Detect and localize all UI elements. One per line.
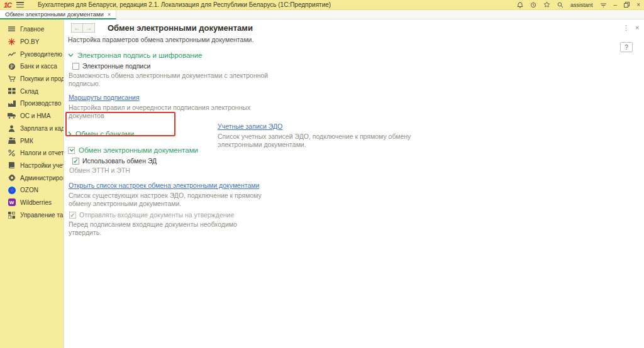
forward-button[interactable]: → — [83, 23, 95, 33]
edi-note: Обмен ЭТТН и ЭТН — [69, 166, 280, 174]
notifications-bell-icon[interactable] — [517, 2, 523, 8]
approve-hint: Перед подписанием входящие документы нео… — [69, 220, 257, 236]
sidebar-item-taxes[interactable]: Налоги и отчетность — [0, 147, 64, 160]
edi-accounts-link[interactable]: Учетные записи ЭДО — [218, 122, 282, 130]
trend-chart-icon — [8, 50, 16, 58]
cash-register-icon — [8, 137, 16, 145]
edi-settings-hint: Список существующих настроек ЭДО, подклю… — [69, 192, 270, 207]
minimize-button[interactable]: – — [614, 2, 618, 8]
checkbox-use-edi[interactable]: ✓ Использовать обмен ЭД — [72, 157, 280, 165]
book-icon — [8, 161, 16, 170]
starburst-icon — [8, 38, 16, 46]
history-icon[interactable] — [530, 2, 536, 8]
edi-settings-form: ← → Обмен электронными документами ⋮ × Н… — [64, 19, 644, 348]
sidebar-item-main[interactable]: Главное — [0, 23, 64, 36]
current-user[interactable]: assistant — [570, 2, 593, 8]
page-subtitle: Настройка параметров обмена электронными… — [68, 36, 253, 43]
tiles-icon — [8, 211, 16, 219]
cart-icon — [8, 75, 16, 83]
edi-accounts-hint: Список учетных записей ЭДО, подключение … — [218, 133, 419, 148]
back-button[interactable]: ← — [71, 23, 83, 33]
gear-icon — [8, 174, 16, 182]
truck-icon — [8, 112, 16, 120]
collapse-toggle-icon[interactable] — [68, 147, 75, 154]
search-icon[interactable] — [557, 2, 564, 8]
favorites-star-icon[interactable] — [543, 1, 550, 8]
sidebar-item-bank[interactable]: Банк и касса — [0, 60, 64, 73]
sidebar-item-purchases-sales[interactable]: Покупки и продажи — [0, 73, 64, 85]
signing-routes-link[interactable]: Маршруты подписания — [69, 94, 140, 101]
more-menu-icon[interactable]: ⋮ — [623, 24, 630, 32]
signature-hint: Возможность обмена электронными документ… — [69, 72, 276, 87]
coin-icon — [8, 62, 16, 70]
close-window-button[interactable]: × — [636, 2, 640, 8]
percent-icon — [8, 149, 16, 157]
sidebar-item-production[interactable]: Производство — [0, 97, 64, 110]
section-signature-header[interactable]: Электронная подпись и шифрование — [68, 51, 280, 60]
person-icon — [8, 124, 16, 133]
checkbox-approve-incoming: ✓ Отправлять входящие документы на утвер… — [69, 211, 280, 219]
sidebar-item-wildberries[interactable]: W Wildberries — [0, 197, 64, 209]
checkbox-unchecked-icon[interactable] — [72, 63, 79, 70]
sidebar-item-tariff[interactable]: Управление тарифом — [0, 209, 64, 221]
tab-bar: Обмен электронными документами × — [0, 10, 644, 19]
signing-routes-hint: Настройка правил и очередности подписани… — [69, 104, 264, 119]
sidebar-item-rmk[interactable]: РМК — [0, 134, 64, 147]
chevron-right-icon — [68, 131, 72, 137]
window-title: Бухгалтерия для Беларуси, редакция 2.1. … — [38, 1, 512, 8]
sidebar-nav: Главное РО.BY Руководителю Банк и касса … — [0, 19, 64, 348]
sidebar-item-manager[interactable]: Руководителю — [0, 48, 64, 60]
sidebar-item-fixed-assets[interactable]: ОС и НМА — [0, 110, 64, 122]
sidebar-item-ozon[interactable]: o OZON — [0, 184, 64, 197]
chevron-down-icon — [68, 53, 74, 57]
edi-accounts-column: Учетные записи ЭДО Список учетных записе… — [217, 120, 425, 152]
close-form-icon[interactable]: × — [635, 24, 639, 31]
sidebar-item-administration[interactable]: Администрирование — [0, 171, 64, 184]
checkbox-electronic-signatures[interactable]: Электронные подписи — [72, 62, 280, 70]
help-button[interactable]: ? — [620, 42, 633, 52]
sidebar-item-payroll[interactable]: Зарплата и кадры — [0, 122, 64, 135]
wildberries-logo-icon: W — [8, 198, 16, 207]
page-title: Обмен электронными документами — [108, 23, 253, 33]
sidebar-item-poby[interactable]: РО.BY — [0, 36, 64, 48]
main-menu-icon[interactable] — [16, 2, 24, 8]
history-nav: ← → — [71, 23, 95, 33]
ozon-logo-icon: o — [8, 186, 16, 194]
list-icon — [8, 25, 16, 33]
tab-close-icon[interactable]: × — [108, 11, 111, 18]
checkbox-checked-icon[interactable]: ✓ — [72, 158, 79, 165]
sidebar-item-warehouse[interactable]: Склад — [0, 85, 64, 97]
service-menu-icon[interactable] — [600, 2, 607, 8]
sidebar-item-accounting-settings[interactable]: Настройки учета — [0, 160, 64, 172]
tab-edi-exchange[interactable]: Обмен электронными документами × — [0, 10, 116, 19]
checkbox-disabled-checked-icon: ✓ — [69, 212, 76, 219]
open-edi-settings-link[interactable]: Открыть список настроек обмена электронн… — [69, 182, 259, 189]
boxes-icon — [8, 87, 16, 95]
restore-button[interactable] — [624, 2, 630, 8]
1c-logo: 1С — [4, 1, 11, 9]
window-title-bar: 1С Бухгалтерия для Беларуси, редакция 2.… — [0, 0, 644, 10]
window-toolbar: assistant – × — [517, 1, 640, 8]
tab-label: Обмен электронными документами — [5, 11, 104, 18]
factory-icon — [8, 99, 16, 107]
